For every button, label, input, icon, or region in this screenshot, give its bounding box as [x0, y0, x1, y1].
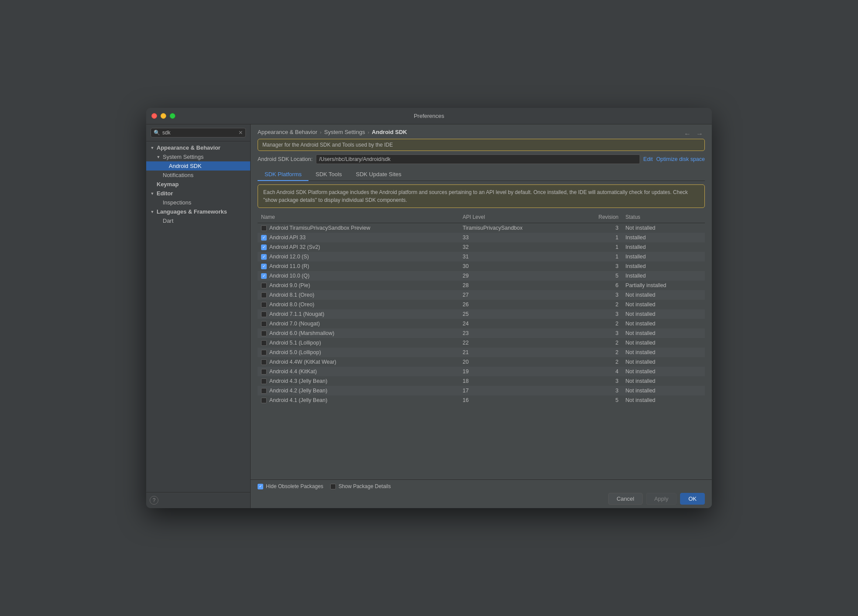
show-details-checkbox[interactable]	[330, 484, 336, 489]
row-checkbox[interactable]	[261, 350, 267, 355]
table-row[interactable]: Android 4.3 (Jelly Bean)183Not installed	[258, 376, 705, 386]
table-row[interactable]: Android 5.1 (Lollipop)222Not installed	[258, 338, 705, 348]
table-row[interactable]: Android 5.0 (Lollipop)212Not installed	[258, 348, 705, 357]
table-header: Name API Level Revision Status	[258, 211, 705, 223]
row-checkbox[interactable]	[261, 292, 267, 298]
row-checkbox[interactable]	[261, 398, 267, 403]
sidebar-item-system-settings[interactable]: ▼ System Settings	[146, 152, 250, 161]
table-row[interactable]: Android 7.1.1 (Nougat)253Not installed	[258, 309, 705, 319]
window-title: Preferences	[414, 113, 444, 119]
sidebar-item-label: Languages & Frameworks	[157, 208, 227, 215]
arrow-icon: ▼	[150, 145, 155, 151]
main-header: Appearance & Behavior › System Settings …	[251, 124, 712, 181]
help-icon[interactable]: ?	[150, 496, 158, 505]
title-bar: Preferences	[146, 108, 712, 124]
minimize-button[interactable]	[161, 113, 166, 119]
sidebar: 🔍 ✕ ▼ Appearance & Behavior ▼ System Set…	[146, 124, 251, 508]
table-row[interactable]: Android 6.0 (Marshmallow)233Not installe…	[258, 328, 705, 338]
breadcrumb-row: Appearance & Behavior › System Settings …	[258, 129, 705, 139]
cell-status: Not installed	[622, 328, 705, 338]
cell-revision: 1	[575, 242, 622, 252]
table-row[interactable]: Android 12.0 (S)311Installed	[258, 252, 705, 261]
show-details-row: Show Package Details	[330, 483, 391, 489]
optimize-disk-button[interactable]: Optimize disk space	[656, 156, 705, 162]
cell-api: 30	[459, 261, 575, 271]
ok-button[interactable]: OK	[680, 493, 705, 505]
tab-sdk-platforms[interactable]: SDK Platforms	[258, 168, 308, 181]
cell-api: 23	[459, 328, 575, 338]
row-checkbox[interactable]	[261, 225, 267, 231]
row-checkbox[interactable]	[261, 388, 267, 394]
table-row[interactable]: Android 4.4W (KitKat Wear)202Not install…	[258, 357, 705, 367]
cell-revision: 3	[575, 290, 622, 300]
sidebar-item-label: Editor	[157, 190, 173, 197]
row-checkbox[interactable]	[261, 321, 267, 327]
table-row[interactable]: Android TiramisuPrivacySandbox PreviewTi…	[258, 223, 705, 233]
row-checkbox[interactable]	[261, 331, 267, 336]
back-button[interactable]: ←	[682, 129, 693, 139]
sidebar-item-dart[interactable]: Dart	[146, 216, 250, 225]
table-row[interactable]: Android 4.4 (KitKat)194Not installed	[258, 367, 705, 376]
sidebar-item-label: System Settings	[163, 154, 204, 160]
main-content: 🔍 ✕ ▼ Appearance & Behavior ▼ System Set…	[146, 124, 712, 508]
tab-sdk-update-sites[interactable]: SDK Update Sites	[349, 168, 409, 181]
cell-name: Android 4.4 (KitKat)	[258, 367, 459, 376]
table-row[interactable]: Android 8.0 (Oreo)262Not installed	[258, 300, 705, 309]
table-row[interactable]: Android 8.1 (Oreo)273Not installed	[258, 290, 705, 300]
sidebar-item-inspections[interactable]: Inspections	[146, 198, 250, 207]
sdk-location-input[interactable]	[316, 154, 640, 164]
cell-name: Android 11.0 (R)	[258, 261, 459, 271]
cell-api: 19	[459, 367, 575, 376]
maximize-button[interactable]	[170, 113, 175, 119]
row-checkbox[interactable]	[261, 244, 267, 250]
row-checkbox[interactable]	[261, 359, 267, 365]
clear-search-icon[interactable]: ✕	[238, 130, 243, 135]
table-row[interactable]: Android 4.1 (Jelly Bean)165Not installed	[258, 395, 705, 405]
info-box: Manager for the Android SDK and Tools us…	[258, 139, 705, 151]
sidebar-item-keymap[interactable]: Keymap	[146, 180, 250, 189]
row-checkbox[interactable]	[261, 283, 267, 288]
cell-revision: 2	[575, 300, 622, 309]
table-row[interactable]: Android API 32 (Sv2)321Installed	[258, 242, 705, 252]
row-checkbox[interactable]	[261, 340, 267, 346]
breadcrumb-separator: ›	[368, 130, 369, 135]
sidebar-item-editor[interactable]: ▼ Editor	[146, 189, 250, 198]
row-checkbox[interactable]	[261, 378, 267, 384]
sidebar-item-android-sdk[interactable]: Android SDK	[146, 161, 250, 171]
sdk-table-wrap[interactable]: Name API Level Revision Status Android T…	[258, 211, 705, 479]
table-row[interactable]: Android 9.0 (Pie)286Partially installed	[258, 281, 705, 290]
row-checkbox[interactable]	[261, 302, 267, 308]
search-input[interactable]	[162, 130, 236, 136]
close-button[interactable]	[151, 113, 157, 119]
hide-obsolete-checkbox[interactable]	[258, 484, 263, 489]
table-row[interactable]: Android 10.0 (Q)295Installed	[258, 271, 705, 281]
arrow-icon	[150, 182, 155, 187]
row-checkbox[interactable]	[261, 254, 267, 260]
forward-button[interactable]: →	[694, 129, 705, 139]
row-checkbox[interactable]	[261, 273, 267, 279]
cancel-button[interactable]: Cancel	[608, 493, 642, 505]
cell-name: Android API 32 (Sv2)	[258, 242, 459, 252]
table-row[interactable]: Android 11.0 (R)303Installed	[258, 261, 705, 271]
apply-button[interactable]: Apply	[646, 493, 677, 505]
sidebar-item-languages-frameworks[interactable]: ▼ Languages & Frameworks	[146, 207, 250, 216]
row-checkbox[interactable]	[261, 235, 267, 241]
cell-status: Not installed	[622, 376, 705, 386]
cell-name: Android 7.0 (Nougat)	[258, 319, 459, 328]
tab-sdk-tools[interactable]: SDK Tools	[308, 168, 349, 181]
cell-revision: 3	[575, 328, 622, 338]
sidebar-item-appearance-behavior[interactable]: ▼ Appearance & Behavior	[146, 143, 250, 152]
row-checkbox[interactable]	[261, 264, 267, 269]
table-row[interactable]: Android API 33331Installed	[258, 233, 705, 242]
show-details-label: Show Package Details	[339, 483, 391, 489]
table-row[interactable]: Android 7.0 (Nougat)242Not installed	[258, 319, 705, 328]
cell-status: Not installed	[622, 319, 705, 328]
edit-button[interactable]: Edit	[644, 156, 653, 162]
row-checkbox[interactable]	[261, 369, 267, 375]
row-checkbox[interactable]	[261, 311, 267, 317]
cell-status: Not installed	[622, 290, 705, 300]
sidebar-item-notifications[interactable]: Notifications	[146, 171, 250, 180]
cell-revision: 2	[575, 319, 622, 328]
main-panel: Appearance & Behavior › System Settings …	[251, 124, 712, 508]
table-row[interactable]: Android 4.2 (Jelly Bean)173Not installed	[258, 386, 705, 395]
